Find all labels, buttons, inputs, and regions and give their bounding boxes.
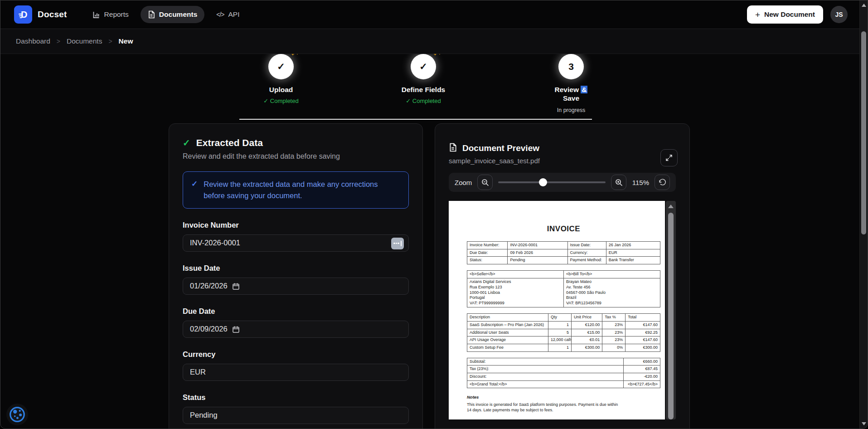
scroll-down-icon[interactable] — [862, 422, 866, 425]
code-icon: </> — [216, 11, 224, 18]
breadcrumb: Dashboard > Documents > New — [0, 29, 868, 54]
main-scrollbar[interactable] — [859, 0, 868, 429]
card-title: Extracted Data — [196, 137, 263, 148]
topnav-right: + New Document JS — [747, 5, 854, 24]
nav-items: Reports Documents </> API — [85, 6, 247, 23]
invoice-item-row: Additional User Seats 5 €15.00 23% €92.2… — [467, 329, 660, 336]
field-label: Issue Date — [183, 264, 409, 273]
field-label: Due Date — [183, 307, 409, 316]
field-label: Status — [183, 393, 409, 402]
step-label: Define Fields — [383, 86, 464, 94]
step-review-save-indicator: 3 — [558, 54, 584, 79]
invoice-parties-table: <b>Seller</b> <b>Bill To</b> Axians Digi… — [467, 270, 660, 307]
step-status: ✓ Completed — [240, 98, 322, 104]
nav-item-reports[interactable]: Reports — [85, 6, 136, 23]
preview-header: Document Preview — [449, 143, 676, 154]
reset-zoom-button[interactable] — [655, 175, 670, 190]
breadcrumb-new: New — [119, 37, 133, 45]
zoom-in-button[interactable] — [611, 175, 626, 190]
extracted-data-card: ✓ Extracted Data Review and edit the ext… — [169, 123, 423, 429]
invoice-items-table: Description Qty Unit Price Tax % Total S… — [467, 313, 660, 351]
step-label: Review & Save — [530, 86, 612, 102]
autofill-icon[interactable] — [391, 238, 404, 249]
due-date-input[interactable]: 02/09/2026 — [183, 321, 409, 338]
step-define-fields[interactable]: ✓ Define Fields ✓ Completed — [383, 54, 464, 104]
invoice-item-row: Custom Setup Fee 1 €300.00 0% €300.00 — [467, 344, 660, 351]
calendar-icon[interactable] — [232, 326, 240, 335]
nav-item-label: Reports — [104, 10, 129, 19]
field-issue-date: Issue Date 01/26/2026 — [183, 264, 409, 295]
brand-name: Docset — [38, 10, 67, 20]
nav-item-label: Documents — [159, 10, 197, 19]
nav-item-documents[interactable]: Documents — [141, 6, 204, 23]
step-label: Upload — [240, 86, 322, 94]
invoice-meta-table: Invoice Number:INV-2026-0001 Issue Date:… — [467, 241, 660, 264]
invoice-item-row: API Usage Overage 12,000 calls €0.01 23%… — [467, 336, 660, 344]
zoom-slider-thumb[interactable] — [539, 178, 547, 186]
wizard-stepper: ✓ Upload ✓ Completed ✓ — [0, 54, 868, 124]
zoom-label: Zoom — [455, 179, 472, 186]
invoice-item-row: SaaS Subscription – Pro Plan (Jan 2026) … — [467, 321, 660, 329]
field-currency: Currency EUR — [183, 350, 409, 381]
preview-scrollbar-thumb[interactable] — [668, 213, 674, 419]
zoom-out-button[interactable] — [477, 175, 493, 190]
invoice-totals-table: Subtotal:€660.00 Tax (23%):€87.45 Discou… — [467, 358, 660, 389]
extracted-data-header: ✓ Extracted Data — [183, 137, 409, 148]
invoice-number-input[interactable]: INV-2026-0001 — [183, 234, 409, 252]
issue-date-input[interactable]: 01/26/2026 — [183, 278, 409, 295]
pdf-preview-area: INVOICE Invoice Number:INV-2026-0001 Iss… — [449, 201, 676, 419]
step-status: ✓ Completed — [383, 98, 464, 104]
invoice-title: INVOICE — [467, 224, 660, 234]
check-icon: ✓ — [183, 137, 190, 148]
step-status: In progress — [530, 107, 612, 113]
nav-item-label: API — [228, 10, 240, 19]
breadcrumb-documents[interactable]: Documents — [67, 37, 102, 45]
currency-input[interactable]: EUR — [183, 364, 409, 381]
new-document-button[interactable]: + New Document — [747, 5, 823, 24]
selected-text-highlight: & — [581, 86, 587, 93]
status-input[interactable]: Pending — [183, 407, 409, 424]
info-banner-text: Review the extracted data and make any c… — [204, 179, 400, 201]
field-due-date: Due Date 02/09/2026 — [183, 307, 409, 338]
field-label: Currency — [183, 350, 409, 359]
field-status: Status Pending — [183, 393, 409, 424]
scroll-up-icon[interactable] — [862, 4, 866, 7]
cookie-settings-button[interactable] — [6, 404, 28, 425]
top-navbar: D Docset Reports — [0, 0, 868, 29]
step-upload[interactable]: ✓ Upload ✓ Completed — [240, 54, 322, 104]
bar-chart-icon — [92, 11, 100, 19]
document-icon — [148, 10, 155, 19]
docset-logo-icon: D — [14, 5, 32, 24]
plus-icon: + — [755, 10, 760, 19]
calendar-icon[interactable] — [232, 283, 240, 292]
field-invoice-number: Invoice Number INV-2026-0001 — [183, 221, 409, 252]
zoom-slider[interactable] — [498, 178, 606, 186]
invoice-notes-title: Notes — [467, 395, 660, 400]
zoom-toolbar: Zoom 115% — [449, 173, 676, 192]
preview-scrollbar[interactable] — [666, 201, 676, 419]
stepper-connector — [239, 119, 592, 120]
chevron-right-icon: > — [57, 38, 60, 45]
brand[interactable]: D Docset — [14, 5, 67, 24]
step-upload-indicator: ✓ — [268, 54, 294, 79]
invoice-page[interactable]: INVOICE Invoice Number:INV-2026-0001 Iss… — [449, 201, 665, 419]
document-icon — [449, 143, 457, 154]
main-scrollbar-thumb[interactable] — [861, 31, 866, 234]
app-window: D Docset Reports — [0, 0, 868, 429]
zoom-slider-track[interactable] — [498, 181, 606, 183]
zoom-percentage: 115% — [632, 179, 649, 186]
preview-filename: sample_invoice_saas_test.pdf — [449, 157, 676, 165]
card-title: Document Preview — [462, 143, 539, 153]
nav-item-api[interactable]: </> API — [209, 6, 247, 23]
breadcrumb-dashboard[interactable]: Dashboard — [16, 37, 50, 45]
field-label: Invoice Number — [183, 221, 409, 229]
scroll-up-icon[interactable] — [668, 205, 674, 208]
step-define-fields-indicator: ✓ — [411, 54, 436, 79]
card-subtitle: Review and edit the extracted data befor… — [183, 152, 409, 161]
document-preview-card: Document Preview sample_invoice_saas_tes… — [435, 123, 690, 429]
expand-preview-button[interactable] — [660, 149, 678, 166]
check-icon: ✓ — [191, 179, 198, 190]
step-review-save[interactable]: 3 Review & Save In progress — [530, 54, 612, 113]
user-avatar[interactable]: JS — [830, 6, 848, 23]
invoice-notes-body: This invoice is generated for SaaS platf… — [467, 402, 623, 413]
